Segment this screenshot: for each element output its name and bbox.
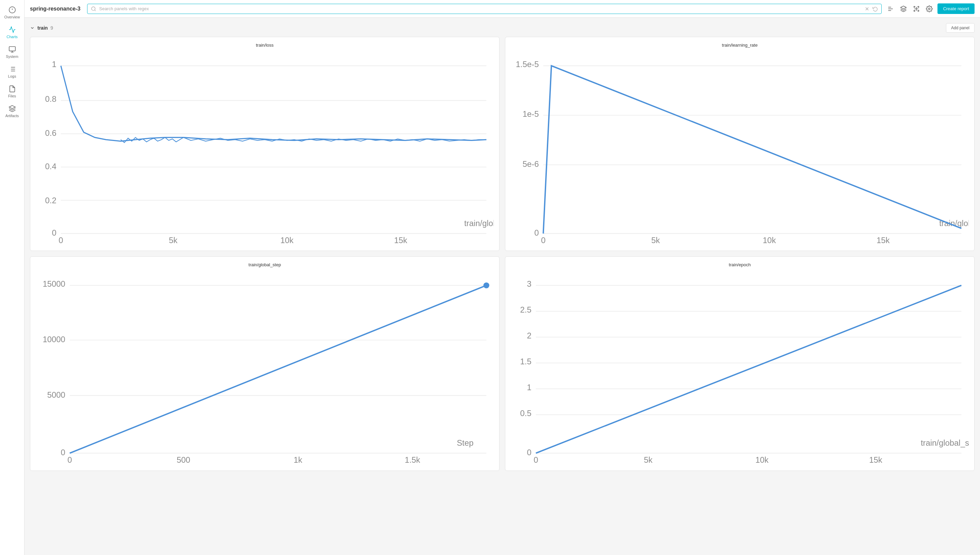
section-title[interactable]: train 9 <box>30 25 53 30</box>
svg-text:1.5k: 1.5k <box>405 456 420 465</box>
global-step-line <box>70 286 486 454</box>
svg-text:15k: 15k <box>869 456 882 465</box>
chart-card-lr: train/learning_rate 1.5e-5 1e-5 5e-6 0 <box>505 37 975 251</box>
user-icon <box>887 5 894 12</box>
charts-icon <box>8 26 16 34</box>
chart-area-epoch: 3 2.5 2 1.5 1 0.5 0 <box>511 271 969 465</box>
chart-title-global-step: train/global_step <box>36 262 494 267</box>
chevron-down-icon <box>30 26 35 30</box>
files-icon <box>8 85 16 93</box>
chart-svg-lr: 1.5e-5 1e-5 5e-6 0 0 5k 10k 15k <box>511 52 969 245</box>
global-step-endpoint <box>484 282 489 289</box>
svg-text:train/global_step: train/global_step <box>464 218 494 228</box>
chart-title-epoch: train/epoch <box>511 262 969 267</box>
svg-text:0.2: 0.2 <box>45 196 56 205</box>
content-area: train 9 Add panel train/loss 1 0.8 0.6 0… <box>24 18 980 555</box>
svg-text:5k: 5k <box>169 236 177 245</box>
clear-search-icon[interactable] <box>864 6 870 11</box>
charts-grid: train/loss 1 0.8 0.6 0.4 0.2 0 <box>30 37 975 471</box>
svg-text:0.8: 0.8 <box>45 94 56 104</box>
main-content: spring-resonance-3 <box>24 0 980 555</box>
svg-point-26 <box>918 10 919 11</box>
sidebar-label-artifacts: Artifacts <box>5 114 19 118</box>
svg-text:5k: 5k <box>651 236 660 245</box>
svg-text:2.5: 2.5 <box>520 305 531 314</box>
page-title: spring-resonance-3 <box>30 6 80 12</box>
svg-marker-12 <box>9 106 15 109</box>
svg-text:1: 1 <box>527 383 531 392</box>
sidebar: Overview Charts System Logs Files <box>0 0 24 555</box>
sidebar-label-system: System <box>6 55 18 59</box>
overview-icon <box>8 6 16 14</box>
svg-text:5000: 5000 <box>47 390 66 399</box>
chart-card-train-loss: train/loss 1 0.8 0.6 0.4 0.2 0 <box>30 37 500 251</box>
epoch-line <box>536 286 961 454</box>
system-icon <box>8 46 16 53</box>
svg-text:0: 0 <box>541 236 545 245</box>
svg-text:10k: 10k <box>763 236 776 245</box>
header: spring-resonance-3 <box>24 0 980 18</box>
chart-card-epoch: train/epoch 3 2.5 2 1.5 1 0.5 0 <box>505 257 975 470</box>
svg-text:1e-5: 1e-5 <box>523 109 539 119</box>
svg-rect-3 <box>9 47 15 51</box>
search-bar <box>87 4 882 14</box>
svg-text:0: 0 <box>534 228 539 237</box>
svg-text:0.6: 0.6 <box>45 128 56 138</box>
sidebar-item-files[interactable]: Files <box>0 82 24 101</box>
svg-text:1.5: 1.5 <box>520 357 531 366</box>
svg-text:train/global_step: train/global_step <box>921 439 969 448</box>
sidebar-item-artifacts[interactable]: Artifacts <box>0 101 24 121</box>
svg-text:5k: 5k <box>644 456 652 465</box>
svg-text:15k: 15k <box>394 236 407 245</box>
add-panel-button[interactable]: Add panel <box>946 23 975 33</box>
chart-area-loss: 1 0.8 0.6 0.4 0.2 0 0 <box>36 52 494 245</box>
logs-icon <box>8 66 16 73</box>
svg-text:10k: 10k <box>280 236 294 245</box>
svg-text:train/global_step: train/global_step <box>939 218 969 228</box>
svg-text:10k: 10k <box>755 456 769 465</box>
svg-text:1k: 1k <box>294 456 302 465</box>
user-icon-btn[interactable] <box>886 4 895 14</box>
svg-text:1.5e-5: 1.5e-5 <box>516 59 539 69</box>
svg-point-24 <box>918 6 919 7</box>
svg-text:0: 0 <box>527 448 531 457</box>
svg-text:5e-6: 5e-6 <box>523 159 539 168</box>
chart-title-lr: train/learning_rate <box>511 43 969 48</box>
svg-text:0.4: 0.4 <box>45 162 56 171</box>
svg-text:0: 0 <box>61 448 66 457</box>
section-name: train <box>37 25 48 30</box>
layers-icon-btn[interactable] <box>898 4 908 14</box>
artifacts-icon <box>8 105 16 112</box>
chart-svg-global-step: 15000 10000 5000 0 0 500 1k 1.5k <box>36 271 494 465</box>
sidebar-item-logs[interactable]: Logs <box>0 62 24 82</box>
sidebar-item-system[interactable]: System <box>0 42 24 62</box>
layers-icon <box>900 5 907 12</box>
lr-line <box>544 66 962 234</box>
sidebar-item-overview[interactable]: Overview <box>0 3 24 22</box>
header-actions: Create report <box>886 3 975 14</box>
svg-marker-20 <box>901 6 906 8</box>
svg-text:15000: 15000 <box>43 279 65 289</box>
search-input[interactable] <box>99 6 862 11</box>
scatter-icon-btn[interactable] <box>911 4 921 14</box>
chart-area-global-step: 15000 10000 5000 0 0 500 1k 1.5k <box>36 271 494 465</box>
svg-point-25 <box>914 10 915 11</box>
settings-icon <box>926 5 933 12</box>
sidebar-label-logs: Logs <box>8 74 16 78</box>
svg-point-13 <box>91 7 95 11</box>
sidebar-item-charts[interactable]: Charts <box>0 22 24 42</box>
svg-text:1: 1 <box>52 59 56 69</box>
sidebar-label-files: Files <box>8 94 16 98</box>
svg-text:10000: 10000 <box>43 335 65 344</box>
chart-title-loss: train/loss <box>36 43 494 48</box>
chart-svg-epoch: 3 2.5 2 1.5 1 0.5 0 <box>511 271 969 465</box>
sidebar-label-overview: Overview <box>5 15 20 19</box>
svg-text:0.5: 0.5 <box>520 409 531 418</box>
settings-icon-btn[interactable] <box>924 4 934 14</box>
chart-area-lr: 1.5e-5 1e-5 5e-6 0 0 5k 10k 15k <box>511 52 969 245</box>
refresh-icon[interactable] <box>873 6 878 11</box>
svg-point-27 <box>929 8 930 10</box>
create-report-button[interactable]: Create report <box>937 3 975 14</box>
svg-text:3: 3 <box>527 279 531 289</box>
section-count: 9 <box>50 25 53 30</box>
